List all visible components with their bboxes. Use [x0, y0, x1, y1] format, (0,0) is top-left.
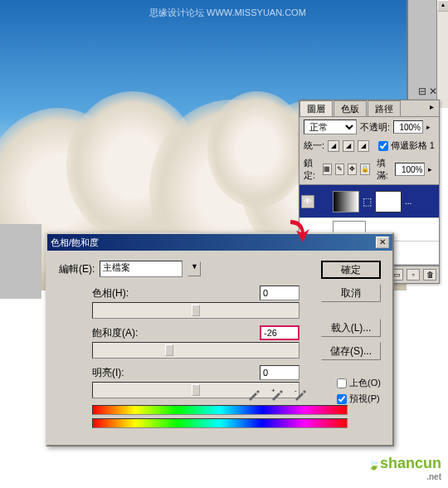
saturation-input[interactable]: [260, 325, 299, 340]
preview-check-input[interactable]: [337, 394, 347, 404]
hue-slider-thumb[interactable]: [192, 305, 200, 316]
saturation-slider[interactable]: [92, 342, 299, 359]
fill-arrow-icon[interactable]: ▸: [428, 165, 434, 173]
unify-icon-2[interactable]: ◢: [343, 140, 354, 152]
opacity-label: 不透明:: [360, 121, 390, 134]
saturation-label: 飽和度(A):: [92, 326, 260, 340]
hue-label: 色相(H):: [92, 286, 260, 300]
svg-text:-: -: [295, 388, 297, 394]
hue-spectrum-bar-top: [92, 405, 348, 415]
load-button[interactable]: 載入(L)...: [321, 319, 381, 337]
new-layer-icon[interactable]: ▫: [407, 269, 420, 281]
dialog-title: 色相/飽和度: [51, 237, 99, 249]
edit-label: 編輯(E):: [59, 262, 95, 276]
hue-spectrum-bar-bottom: [92, 418, 348, 428]
colorize-checkbox[interactable]: 上色(O): [337, 377, 381, 389]
visibility-eye-icon[interactable]: 👁: [301, 195, 314, 208]
colorize-check-input[interactable]: [337, 378, 347, 388]
hue-saturation-dialog: 色相/飽和度 ✕ 編輯(E): 主檔案 ▼ 色相(H): 飽和度(A):: [46, 232, 394, 447]
fill-input[interactable]: [395, 163, 425, 176]
eyedropper-minus-icon[interactable]: -: [293, 387, 308, 402]
opacity-input[interactable]: [393, 120, 423, 134]
ok-button[interactable]: 確定: [321, 261, 381, 279]
edit-select[interactable]: 主檔案: [100, 261, 183, 277]
dialog-titlebar[interactable]: 色相/飽和度 ✕: [47, 234, 392, 251]
saturation-slider-thumb[interactable]: [165, 344, 173, 356]
dialog-close-button[interactable]: ✕: [376, 237, 389, 248]
lightness-input[interactable]: [260, 365, 299, 380]
mask-link-icon[interactable]: ⬚: [363, 196, 372, 207]
right-scrollbar[interactable]: ▴: [436, 0, 448, 108]
tab-paths[interactable]: 路徑: [368, 100, 401, 116]
watermark-top: 思缘设计论坛 WWW.MISSYUAN.COM: [149, 7, 306, 19]
lock-label: 鎖定:: [304, 157, 319, 182]
eyedropper-icon[interactable]: [246, 387, 261, 402]
panel-tabs: 圖層 色版 路徑 ▸: [299, 100, 439, 117]
propagate-check-input[interactable]: [378, 141, 388, 151]
propagate-checkbox[interactable]: 傳遞影格 1: [378, 139, 435, 152]
lock-all-icon[interactable]: 🔒: [360, 163, 370, 175]
save-button[interactable]: 儲存(S)...: [321, 342, 381, 360]
unify-label: 統一:: [304, 139, 324, 152]
opacity-arrow-icon[interactable]: ▸: [426, 123, 435, 131]
left-gray-area: [0, 224, 41, 299]
delete-layer-icon[interactable]: 🗑: [423, 269, 436, 281]
hue-slider[interactable]: [92, 302, 299, 319]
layer-name-label[interactable]: ...: [405, 197, 437, 206]
panel-menu-icon[interactable]: ▸: [425, 100, 439, 116]
unify-icon-1[interactable]: ◢: [328, 140, 339, 152]
svg-text:+: +: [271, 388, 275, 394]
panel-close-icon[interactable]: ⊟ ✕: [418, 85, 437, 97]
watermark-bottom-right: 🍃shancun .net: [368, 455, 441, 481]
cancel-button[interactable]: 取消: [321, 284, 381, 302]
preview-checkbox[interactable]: 預視(P): [337, 393, 381, 405]
lock-pixels-icon[interactable]: ✎: [335, 163, 344, 175]
unify-icon-3[interactable]: ◢: [358, 140, 369, 152]
lock-position-icon[interactable]: ✥: [348, 163, 357, 175]
lock-transparency-icon[interactable]: ▦: [323, 163, 332, 175]
hue-input[interactable]: [260, 285, 299, 300]
tab-channels[interactable]: 色版: [334, 100, 367, 116]
edit-dropdown-icon[interactable]: ▼: [187, 261, 201, 276]
blend-mode-select[interactable]: 正常: [304, 120, 357, 134]
red-arrow-annotation: [286, 216, 311, 245]
fill-label: 填滿:: [377, 157, 392, 182]
eyedropper-plus-icon[interactable]: +: [270, 387, 285, 402]
layer-mask-thumbnail[interactable]: [375, 191, 402, 212]
layer-thumbnail[interactable]: [333, 191, 359, 212]
lightness-label: 明亮(I):: [92, 366, 260, 380]
layer-row-adjustment[interactable]: 👁 ⬚ ...: [299, 185, 439, 218]
lightness-slider-thumb[interactable]: [192, 384, 200, 396]
tab-layers[interactable]: 圖層: [299, 100, 333, 116]
scroll-up-icon[interactable]: ▴: [437, 0, 448, 12]
